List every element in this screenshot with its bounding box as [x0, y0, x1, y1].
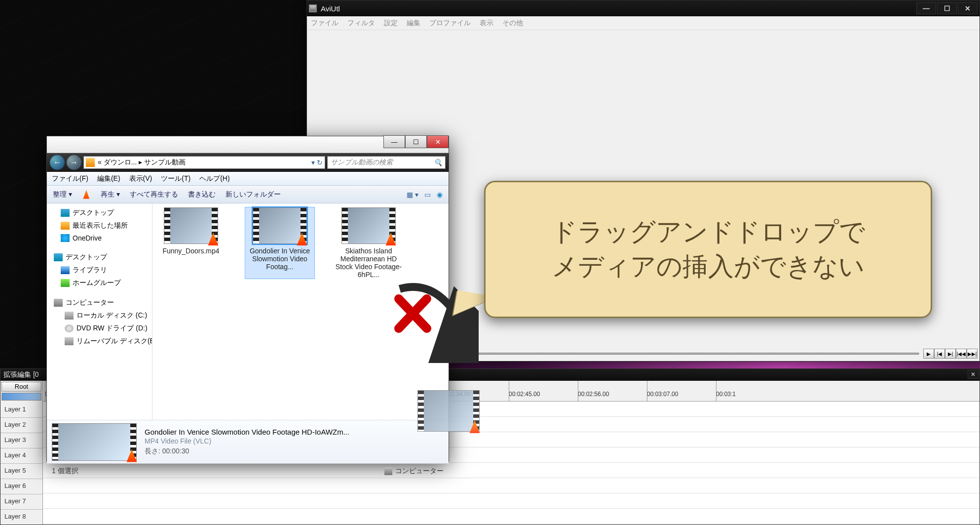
tree-icon: [65, 337, 74, 345]
drag-arrow-annotation: [390, 274, 479, 363]
menu-edit[interactable]: 編集(E): [97, 174, 120, 183]
root-button[interactable]: Root: [1, 382, 41, 392]
goto-start-button[interactable]: |◀◀: [956, 349, 967, 359]
file-item[interactable]: Funny_Doors.mp4: [156, 207, 226, 279]
tree-node[interactable]: OneDrive: [47, 232, 152, 244]
menu-profile[interactable]: プロファイル: [429, 19, 471, 28]
tree-icon: [61, 266, 70, 274]
drag-ghost-thumbnail: [417, 390, 480, 432]
file-item[interactable]: Skiathos Island Mediterranean HD Stock V…: [334, 207, 403, 279]
minimize-button[interactable]: —: [916, 2, 936, 14]
play-button[interactable]: ▶: [923, 349, 934, 359]
file-thumbnail: [341, 207, 396, 244]
tree-icon: [54, 253, 63, 261]
forward-button[interactable]: →: [67, 155, 81, 170]
menu-view[interactable]: 表示: [480, 19, 493, 28]
explorer-minimize-button[interactable]: —: [383, 135, 405, 148]
tree-label: OneDrive: [73, 234, 102, 242]
ruler-tick: 00:02:56.00: [578, 391, 609, 398]
explorer-titlebar[interactable]: — ☐ ✕: [47, 136, 449, 153]
details-length-label: 長さ:: [145, 447, 160, 455]
layer-label[interactable]: Layer 3: [0, 433, 42, 448]
menu-other[interactable]: その他: [502, 19, 523, 28]
tree-node[interactable]: DVD RW ドライブ (D:): [47, 322, 152, 335]
aviutl-titlebar[interactable]: AviUtl — ☐ ✕: [307, 0, 980, 16]
layer-label[interactable]: Layer 1: [0, 403, 42, 418]
zoom-scale[interactable]: [1, 393, 41, 401]
layer-label[interactable]: Layer 6: [0, 479, 42, 494]
tree-label: 最近表示した場所: [73, 221, 128, 230]
maximize-button[interactable]: ☐: [937, 2, 957, 14]
ruler-tick: 00:02:45.00: [509, 391, 540, 398]
tree-node[interactable]: ローカル ディスク (C:): [47, 309, 152, 322]
tree-node[interactable]: 最近表示した場所: [47, 219, 152, 232]
callout-line1: ドラッグアンドドロップで: [551, 215, 865, 249]
goto-end-button[interactable]: ▶▶|: [967, 349, 978, 359]
tree-label: ローカル ディスク (C:): [76, 311, 147, 320]
explorer-close-button[interactable]: ✕: [427, 135, 449, 148]
file-name: Gondolier In Venice Slowmotion Video Foo…: [245, 247, 314, 271]
ext-close-button[interactable]: ✕: [968, 370, 979, 379]
breadcrumb-dropdown-icon[interactable]: ▾ ↻: [311, 159, 323, 166]
menu-view[interactable]: 表示(V): [129, 174, 152, 183]
ext-editor-title: 拡張編集 [0: [3, 370, 39, 379]
file-item[interactable]: Gondolier In Venice Slowmotion Video Foo…: [245, 207, 314, 279]
breadcrumb-prefix: « ダウンロ... ▸: [98, 158, 142, 167]
search-icon: 🔍: [434, 159, 442, 166]
view-options-icon[interactable]: ▦ ▾: [407, 191, 418, 199]
ruler-tick: 00:03:07.00: [647, 391, 678, 398]
details-filename: Gondolier In Venice Slowmotion Video Foo…: [145, 428, 444, 437]
organize-button[interactable]: 整理 ▾: [53, 190, 72, 199]
next-frame-button[interactable]: ▶|: [945, 349, 956, 359]
details-filetype: MP4 Video File (VLC): [145, 437, 444, 445]
explorer-maximize-button[interactable]: ☐: [405, 135, 427, 148]
breadcrumb[interactable]: « ダウンロ... ▸ サンプル動画 ▾ ↻: [83, 156, 325, 169]
burn-button[interactable]: 書き込む: [188, 190, 216, 199]
preview-pane-icon[interactable]: ▭: [424, 191, 431, 199]
tree-node[interactable]: ホームグループ: [47, 277, 152, 289]
help-icon[interactable]: ◉: [437, 191, 443, 199]
timeline-track[interactable]: [43, 509, 980, 524]
file-name: Funny_Doors.mp4: [156, 247, 226, 255]
back-button[interactable]: ←: [50, 155, 65, 170]
tree-node[interactable]: コンピューター: [47, 296, 152, 309]
tree-label: リムーバブル ディスク(E:): [76, 337, 152, 346]
layer-label[interactable]: Layer 7: [0, 494, 42, 510]
search-input[interactable]: サンプル動画の検索 🔍: [327, 156, 446, 169]
layer-label[interactable]: Layer 8: [0, 510, 42, 525]
tree-node[interactable]: ライブラリ: [47, 264, 152, 277]
nav-tree[interactable]: デスクトップ最近表示した場所OneDriveデスクトップライブラリホームグループ…: [47, 203, 152, 420]
tree-node[interactable]: デスクトップ: [47, 251, 152, 264]
tree-icon: [61, 209, 70, 217]
play-all-button[interactable]: すべて再生する: [130, 190, 178, 199]
tree-node[interactable]: リムーバブル ディスク(E:): [47, 335, 152, 348]
menu-filter[interactable]: フィルタ: [347, 19, 375, 28]
tree-label: DVD RW ドライブ (D:): [76, 324, 148, 333]
menu-file[interactable]: ファイル: [311, 19, 339, 28]
tree-icon: [65, 312, 74, 320]
layer-label[interactable]: Layer 2: [0, 418, 42, 433]
aviutl-app-icon: [309, 4, 317, 12]
menu-help[interactable]: ヘルプ(H): [199, 174, 229, 183]
menu-edit[interactable]: 編集: [407, 19, 420, 28]
details-length-value: 00:00:30: [162, 447, 189, 455]
layer-label[interactable]: Layer 5: [0, 464, 42, 479]
menu-file[interactable]: ファイル(F): [52, 174, 88, 183]
menu-tools[interactable]: ツール(T): [161, 174, 190, 183]
new-folder-button[interactable]: 新しいフォルダー: [226, 190, 281, 199]
tree-icon: [65, 324, 74, 332]
play-button[interactable]: 再生 ▾: [101, 190, 120, 199]
close-button[interactable]: ✕: [958, 2, 978, 14]
tree-node[interactable]: デスクトップ: [47, 206, 152, 219]
timeline-track[interactable]: [43, 493, 980, 509]
tree-icon: [61, 222, 70, 230]
status-selection: 1 個選択: [52, 467, 78, 476]
menu-settings[interactable]: 設定: [384, 19, 398, 28]
timeline-track[interactable]: [43, 478, 980, 493]
layer-label[interactable]: Layer 4: [0, 448, 42, 464]
details-pane: Gondolier In Venice Slowmotion Video Foo…: [47, 420, 449, 463]
tree-icon: [61, 234, 70, 242]
status-bar: 1 個選択 コンピューター: [47, 463, 449, 478]
prev-frame-button[interactable]: |◀: [934, 349, 945, 359]
file-thumbnail: [253, 207, 307, 244]
